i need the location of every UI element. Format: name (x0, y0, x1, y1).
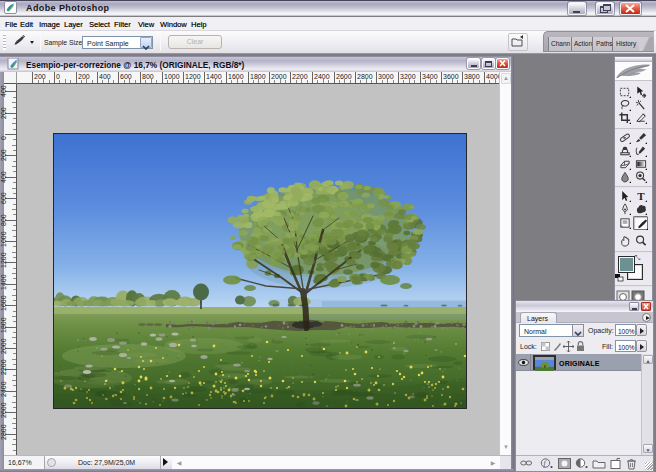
svg-text:T: T (637, 190, 645, 202)
